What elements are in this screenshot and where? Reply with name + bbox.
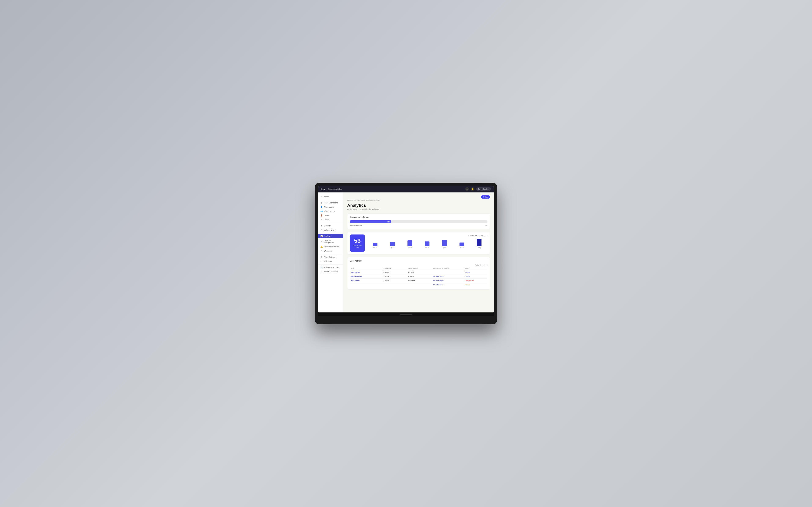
col-user: User <box>351 267 382 269</box>
occupancy-info: 3 Users Present Full <box>350 225 488 226</box>
latest-unlock-cell: 12:25PM <box>408 280 433 282</box>
occupancy-title: Occupancy right now <box>350 216 488 218</box>
laptop-notch <box>400 314 412 315</box>
laptop-bottom <box>318 313 494 316</box>
sidebar-divider <box>318 233 343 233</box>
chevron-down-icon: ▾ <box>488 188 489 190</box>
sidebar-item-kisi-shop[interactable]: 🛍Kisi Shop <box>318 259 343 264</box>
sidebar-item-unlock-history[interactable]: ◷Unlock History <box>318 228 343 232</box>
bar-Apr 17[interactable] <box>459 242 464 246</box>
sidebar-item-capacity-management[interactable]: ⊞Capacity Management <box>318 238 343 245</box>
occupancy-card: Occupancy right now 30% 3 Users Present … <box>347 213 490 229</box>
status-badge: Inactive <box>465 284 486 286</box>
bar-group-Apr 14: Apr 14 <box>402 240 418 248</box>
sidebar-item-place-dashboard[interactable]: ▦Place Dashboard <box>318 201 343 205</box>
user-name-cell[interactable]: John Smith <box>351 271 382 273</box>
location-text: Stockholm Office <box>328 188 342 190</box>
chart-next-button[interactable]: › <box>487 234 488 237</box>
sidebar-icon: ◷ <box>320 229 323 231</box>
main-content: ? Help Home > Places > Stockholm HQ > An… <box>343 192 494 313</box>
bar-Apr 13[interactable] <box>390 242 395 246</box>
chart-number-label: Unique users today <box>352 245 363 248</box>
latest-unlock-cell: 1:28PM <box>408 276 433 277</box>
table-row: Main Entrance Inactive <box>350 283 488 287</box>
breadcrumb-places[interactable]: Places <box>354 200 359 201</box>
chart-header: ‹ Week, Apr 12 - Apr 16 › <box>367 234 488 237</box>
sidebar-item-webhooks[interactable]: ↗Webhooks <box>318 249 343 253</box>
sidebar-icon: ⬆ <box>320 225 323 227</box>
bar-Apr 16[interactable] <box>442 240 447 246</box>
first-unlock-cell: 11:58AM <box>383 280 407 282</box>
table-row: Mary Peterson 11:45AM 1:28PM Main Entran… <box>350 274 488 279</box>
bar-group-Apr 12: Apr 12 <box>367 243 383 248</box>
breadcrumb-home[interactable]: Home <box>347 200 352 201</box>
bar-label-Apr 16: Apr 16 <box>443 247 447 248</box>
bar-label-Apr 15: Apr 15 <box>425 247 429 248</box>
sidebar-item-elevators[interactable]: ⬆Elevators <box>318 224 343 228</box>
user-badge[interactable]: John Smith ▾ <box>476 187 491 191</box>
sidebar-icon: 👥 <box>320 210 323 212</box>
bar-Apr 12[interactable] <box>373 243 377 246</box>
sidebar-label: Intrusion Detection <box>324 246 339 248</box>
sidebar-divider <box>318 223 343 223</box>
sidebar-item-analytics[interactable]: 📊Analytics <box>318 234 343 238</box>
bell-icon[interactable]: 🔔 <box>471 187 474 191</box>
latest-door-cell[interactable]: Main Entrance <box>433 280 464 282</box>
occupancy-percent: 30% <box>388 221 390 223</box>
bar-Apr 14[interactable] <box>407 240 412 246</box>
settings-icon[interactable]: ⚙ <box>465 187 469 191</box>
user-name: John Smith <box>478 188 488 190</box>
bar-label-Apr 13: Apr 13 <box>390 247 394 248</box>
laptop-container: kisi Stockholm Office ⚙ 🔔 John Smith ▾ ⌂… <box>315 183 497 324</box>
sidebar-icon: 🚪 <box>320 214 323 217</box>
sidebar-divider <box>318 200 343 200</box>
bar-group-Apr 17: Apr 17 <box>454 242 470 248</box>
app-name: kisi <box>321 188 326 190</box>
sidebar-item-help-&-feedback[interactable]: ?Help & Feedback <box>318 270 343 274</box>
main-layout: ⌂Home▦Place Dashboard👤Place Users👥Place … <box>318 192 494 313</box>
sidebar-icon: 📊 <box>320 235 323 237</box>
sidebar: ⌂Home▦Place Dashboard👤Place Users👥Place … <box>318 192 343 313</box>
bar-label-Today: Today <box>477 247 481 248</box>
chart-prev-button[interactable]: ‹ <box>468 234 469 237</box>
help-button[interactable]: ? Help <box>481 195 490 199</box>
breadcrumb-stockholm[interactable]: Stockholm HQ <box>361 200 372 201</box>
sidebar-item-doors[interactable]: 🚪Doors <box>318 213 343 218</box>
sidebar-label: Unlock History <box>324 229 336 231</box>
table-prev-btn[interactable]: ‹ <box>480 264 484 266</box>
user-activity-section: User Activity Today ‹ › User First Unloc… <box>347 257 490 290</box>
table-rows: John Smith 11:43AM 1:17PM On-site Mary P… <box>350 270 488 287</box>
breadcrumb-analytics[interactable]: Analytics <box>373 200 380 201</box>
screen: kisi Stockholm Office ⚙ 🔔 John Smith ▾ ⌂… <box>318 186 494 313</box>
sidebar-item-place-users[interactable]: 👤Place Users <box>318 205 343 209</box>
sidebar-item-home[interactable]: ⌂Home <box>318 194 343 199</box>
sidebar-label: Place Settings <box>324 256 336 258</box>
bar-group-Apr 13: Apr 13 <box>384 242 401 248</box>
page-title: Analytics <box>347 203 490 208</box>
col-latest-unlock: Latest Unlock <box>408 267 433 269</box>
sidebar-item-place-groups[interactable]: 👥Place Groups <box>318 209 343 213</box>
sidebar-item-floors[interactable]: ≡Floors <box>318 218 343 222</box>
sidebar-item-kisi-documentation[interactable]: 📄Kisi Documentation <box>318 265 343 270</box>
occupancy-full-label: Full <box>485 225 488 226</box>
sidebar-label: Elevators <box>324 225 332 227</box>
bar-Today[interactable] <box>477 239 481 246</box>
sidebar-item-place-settings[interactable]: ⚙Place Settings <box>318 255 343 259</box>
help-icon: ? <box>483 196 484 198</box>
table-nav-top: Today ‹ › <box>350 264 488 266</box>
bar-Apr 15[interactable] <box>425 241 429 246</box>
bar-chart: Apr 12Apr 13Apr 14Apr 15Apr 16Apr 17Toda… <box>367 238 488 252</box>
sidebar-icon: 📄 <box>320 266 323 269</box>
sidebar-label: Kisi Shop <box>324 260 332 262</box>
sidebar-label: Kisi Documentation <box>324 266 339 269</box>
table-next-btn[interactable]: › <box>484 264 488 266</box>
sidebar-item-intrusion-detection[interactable]: 🔔Intrusion Detection <box>318 245 343 249</box>
latest-door-cell[interactable]: Main Entrance <box>433 284 464 286</box>
user-name-cell[interactable]: Max Rolfes <box>351 280 382 282</box>
chart-section: 53 Unique users today ‹ Week, Apr 12 - A… <box>350 234 488 252</box>
breadcrumb: Home > Places > Stockholm HQ > Analytics <box>347 200 490 201</box>
occupancy-bar-track: 30% <box>350 220 488 223</box>
latest-door-cell[interactable]: Main Entrance <box>433 276 464 277</box>
user-name-cell[interactable]: Mary Peterson <box>351 276 382 277</box>
table-row: John Smith 11:43AM 1:17PM On-site <box>350 270 488 274</box>
